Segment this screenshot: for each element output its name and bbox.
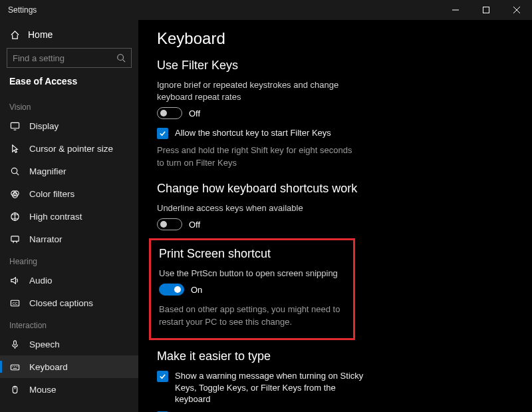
search-input[interactable] [7,48,132,68]
prtscn-heading: Print Screen shortcut [159,247,345,261]
sidebar-group-label: Vision [0,96,138,114]
filter-keys-shortcut-label: Allow the shortcut key to start Filter K… [175,127,331,139]
content: Keyboard Use Filter Keys Ignore brief or… [138,20,532,412]
minimize-button[interactable] [440,0,471,20]
audio-icon [9,275,20,286]
svg-point-26 [17,366,18,367]
sidebar: Home Ease of Access VisionDisplayCursor … [0,20,138,412]
sidebar-item-label: Magnifier [29,166,66,176]
window-title: Settings [8,5,37,15]
filter-keys-shortcut-checkbox[interactable] [157,128,168,139]
sidebar-item-label: Keyboard [29,362,68,372]
prtscn-highlight: Print Screen shortcut Use the PrtScn but… [149,238,355,340]
speech-icon [9,339,20,349]
svg-text:CC: CC [12,301,17,305]
underline-access-keys-toggle-label: Off [189,220,200,230]
sidebar-home[interactable]: Home [0,24,138,45]
sidebar-item-label: Audio [29,276,53,286]
sidebar-item-label: Color filters [29,189,74,199]
contrast-icon [9,211,20,222]
shortcuts-desc: Underline access keys when available [157,202,356,214]
easier-check1-label: Show a warning message when turning on S… [175,370,370,405]
underline-access-keys-toggle[interactable] [157,218,182,230]
easier-check1[interactable] [157,371,168,382]
sidebar-item-mouse[interactable]: Mouse [0,378,138,401]
svg-rect-17 [11,236,18,241]
easier-heading: Make it easier to type [157,349,520,363]
sidebar-item-color-filters[interactable]: Color filters [0,182,138,205]
display-icon [9,120,20,131]
filter-keys-hint: Press and hold the right Shift key for e… [157,144,356,170]
sidebar-item-closed-captions[interactable]: CCClosed captions [0,292,138,314]
sidebar-item-label: Cursor & pointer size [29,144,113,154]
sidebar-item-narrator[interactable]: Narrator [0,228,138,250]
sidebar-item-audio[interactable]: Audio [0,269,138,292]
sidebar-item-display[interactable]: Display [0,114,138,137]
sidebar-item-label: Narrator [29,234,63,244]
sidebar-item-label: Speech [29,339,60,349]
keyboard-icon [9,361,20,372]
svg-point-8 [11,168,17,173]
sidebar-item-magnifier[interactable]: Magnifier [0,160,138,182]
shortcuts-heading: Change how keyboard shortcuts work [157,182,520,196]
filter-keys-toggle-label: Off [189,108,200,118]
filter-keys-heading: Use Filter Keys [157,59,520,73]
sidebar-section-title: Ease of Access [0,73,138,96]
close-button[interactable] [501,0,532,20]
prtscn-hint: Based on other app settings, you might n… [159,304,345,329]
narrator-icon [9,234,20,244]
svg-line-9 [16,172,18,174]
svg-rect-21 [11,365,19,370]
svg-point-24 [14,366,15,367]
sidebar-item-label: Display [29,121,59,131]
sidebar-group-label: Hearing [0,250,138,269]
sidebar-home-label: Home [28,29,53,40]
mouse-icon [9,384,20,395]
filter-keys-toggle[interactable] [157,107,182,119]
svg-point-25 [15,366,16,367]
sidebar-item-label: Mouse [29,385,57,395]
sidebar-group-label: Interaction [0,314,138,333]
svg-rect-1 [483,7,489,13]
magnifier-icon [9,166,20,176]
search-icon [116,53,126,63]
sidebar-item-label: Closed captions [29,298,93,308]
filter-keys-desc: Ignore brief or repeated keystrokes and … [157,79,356,103]
svg-rect-20 [13,340,16,345]
svg-line-5 [123,60,126,63]
svg-point-4 [118,55,124,61]
titlebar: Settings [0,0,532,20]
sidebar-item-cursor-pointer-size[interactable]: Cursor & pointer size [0,137,138,160]
svg-point-23 [12,366,13,367]
home-icon [9,29,20,40]
prtscn-toggle[interactable] [159,284,184,296]
svg-rect-6 [11,122,19,128]
sidebar-item-label: High contrast [29,212,82,222]
sidebar-item-high-contrast[interactable]: High contrast [0,205,138,228]
sidebar-item-speech[interactable]: Speech [0,333,138,355]
page-title: Keyboard [157,25,520,55]
prtscn-toggle-label: On [191,285,202,295]
maximize-button[interactable] [471,0,501,20]
cc-icon: CC [9,298,20,308]
sidebar-item-keyboard[interactable]: Keyboard [0,355,138,378]
prtscn-desc: Use the PrtScn button to open screen sni… [159,268,345,280]
cursor-icon [9,143,20,154]
colorfilter-icon [9,188,20,199]
